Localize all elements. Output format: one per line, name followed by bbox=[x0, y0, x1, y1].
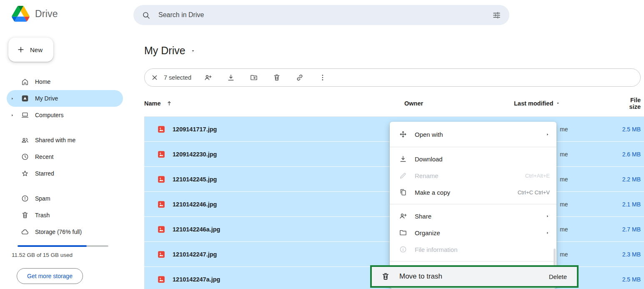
search-icon bbox=[142, 11, 150, 20]
file-size: 2.3 MB bbox=[621, 251, 644, 258]
google-drive-window: Drive New Home My Drive Computers bbox=[0, 0, 644, 289]
image-file-icon bbox=[158, 251, 165, 258]
menu-shortcut: Ctrl+Alt+E bbox=[525, 173, 550, 179]
sidebar-item-shared-with-me[interactable]: Shared with me bbox=[7, 132, 123, 148]
image-file-icon bbox=[158, 201, 165, 208]
info-icon bbox=[399, 245, 407, 254]
sidebar: Drive New Home My Drive Computers bbox=[0, 0, 127, 289]
nav-group-gap bbox=[0, 182, 127, 190]
get-more-storage-button[interactable]: Get more storage bbox=[17, 268, 83, 284]
sidebar-item-recent[interactable]: Recent bbox=[7, 148, 123, 165]
header-label: Name bbox=[144, 100, 161, 107]
pencil-icon bbox=[399, 171, 407, 180]
sidebar-item-label: Trash bbox=[35, 212, 50, 219]
sidebar-item-storage[interactable]: Storage (76% full) bbox=[7, 224, 123, 240]
sort-ascending-icon[interactable] bbox=[166, 100, 173, 107]
search-input[interactable] bbox=[158, 11, 492, 19]
menu-item-share[interactable]: Share bbox=[390, 208, 556, 224]
trash-icon bbox=[21, 211, 29, 219]
menu-divider bbox=[390, 147, 556, 147]
column-header-size[interactable]: File size bbox=[621, 97, 644, 110]
sidebar-item-trash[interactable]: Trash bbox=[7, 207, 123, 224]
search-bar[interactable] bbox=[133, 5, 509, 25]
header-label: Last modified bbox=[514, 100, 553, 107]
storage-progress-fill bbox=[18, 245, 87, 247]
menu-divider bbox=[390, 261, 556, 261]
star-icon bbox=[21, 169, 29, 178]
file-size: 2.2 MB bbox=[621, 176, 644, 183]
file-size: 2.7 MB bbox=[621, 226, 644, 233]
menu-divider bbox=[390, 204, 556, 204]
file-size: 2.5 MB bbox=[621, 126, 644, 133]
sidebar-nav: Home My Drive Computers Shared with me R… bbox=[0, 73, 127, 240]
chevron-right-icon[interactable] bbox=[10, 113, 15, 118]
column-header-owner[interactable]: Owner bbox=[404, 100, 514, 107]
sidebar-item-spam[interactable]: Spam bbox=[7, 190, 123, 207]
brand: Drive bbox=[0, 0, 127, 22]
sidebar-item-computers[interactable]: Computers bbox=[7, 107, 123, 123]
menu-item-label: Make a copy bbox=[415, 189, 510, 196]
column-header-name[interactable]: Name bbox=[144, 100, 404, 107]
sidebar-item-label: Recent bbox=[35, 153, 53, 160]
menu-item-organize[interactable]: Organize bbox=[390, 224, 556, 241]
file-name: 1210142247.jpg bbox=[173, 251, 217, 258]
main-content: My Drive 7 selected Name Owner Last mo bbox=[133, 30, 644, 289]
menu-item-label: Move to trash bbox=[399, 272, 540, 281]
chevron-right-icon[interactable] bbox=[10, 96, 15, 101]
sidebar-item-starred[interactable]: Starred bbox=[7, 165, 123, 182]
menu-item-label: Download bbox=[415, 156, 550, 163]
menu-item-move-to-trash[interactable]: Move to trash Delete bbox=[370, 265, 579, 288]
new-button[interactable]: New bbox=[8, 38, 53, 62]
page-title: My Drive bbox=[144, 45, 185, 57]
spam-icon bbox=[21, 194, 29, 203]
image-file-icon bbox=[158, 226, 165, 233]
submenu-arrow-icon bbox=[545, 231, 550, 235]
download-icon bbox=[399, 155, 407, 163]
cloud-icon bbox=[21, 228, 29, 236]
sidebar-item-label: Spam bbox=[35, 195, 50, 202]
more-actions-button[interactable] bbox=[314, 69, 331, 86]
share-button[interactable] bbox=[200, 69, 216, 86]
link-icon bbox=[296, 73, 304, 82]
menu-item-label: Organize bbox=[415, 229, 538, 236]
menu-item-file-information: File information bbox=[390, 241, 556, 258]
menu-item-rename: Rename Ctrl+Alt+E bbox=[390, 167, 556, 184]
menu-scrollbar[interactable] bbox=[554, 249, 556, 266]
sidebar-item-label: Starred bbox=[35, 170, 54, 177]
sidebar-item-label: Storage (76% full) bbox=[35, 229, 82, 235]
file-name: 1210142246a.jpg bbox=[173, 226, 220, 233]
title-dropdown-caret-icon[interactable] bbox=[190, 48, 195, 53]
menu-item-open-with[interactable]: Open with bbox=[390, 125, 556, 143]
toolbar-actions bbox=[200, 69, 331, 86]
download-button[interactable] bbox=[223, 69, 239, 86]
sidebar-item-home[interactable]: Home bbox=[7, 73, 123, 90]
move-to-folder-button[interactable] bbox=[246, 69, 262, 86]
table-header: Name Owner Last modified File size bbox=[144, 90, 644, 117]
storage-progress-bar bbox=[18, 245, 108, 247]
more-vert-icon bbox=[318, 73, 327, 82]
new-button-label: New bbox=[30, 46, 43, 53]
computers-icon bbox=[21, 111, 29, 119]
home-icon bbox=[21, 78, 29, 86]
file-size: 2.6 MB bbox=[621, 151, 644, 158]
sidebar-item-my-drive[interactable]: My Drive bbox=[7, 90, 123, 107]
people-icon bbox=[21, 136, 29, 144]
trash-button[interactable] bbox=[268, 69, 285, 86]
selection-toolbar: 7 selected bbox=[144, 68, 641, 87]
clear-selection-button[interactable] bbox=[146, 69, 163, 86]
drive-logo-icon bbox=[12, 6, 30, 22]
dropdown-caret-icon[interactable] bbox=[556, 101, 560, 106]
close-icon bbox=[150, 73, 159, 82]
folder-move-icon bbox=[250, 73, 258, 82]
menu-item-make-a-copy[interactable]: Make a copy Ctrl+C Ctrl+V bbox=[390, 184, 556, 201]
copy-link-button[interactable] bbox=[291, 69, 308, 86]
column-header-modified[interactable]: Last modified bbox=[514, 100, 621, 107]
person-add-icon bbox=[399, 212, 407, 220]
menu-item-download[interactable]: Download bbox=[390, 151, 556, 167]
submenu-arrow-icon bbox=[545, 214, 550, 219]
search-options-tune-icon[interactable] bbox=[492, 11, 501, 20]
menu-item-label: Open with bbox=[415, 131, 538, 138]
file-size: 2.5 MB bbox=[621, 276, 644, 283]
image-file-icon bbox=[158, 276, 165, 283]
sidebar-item-label: Computers bbox=[35, 112, 63, 118]
